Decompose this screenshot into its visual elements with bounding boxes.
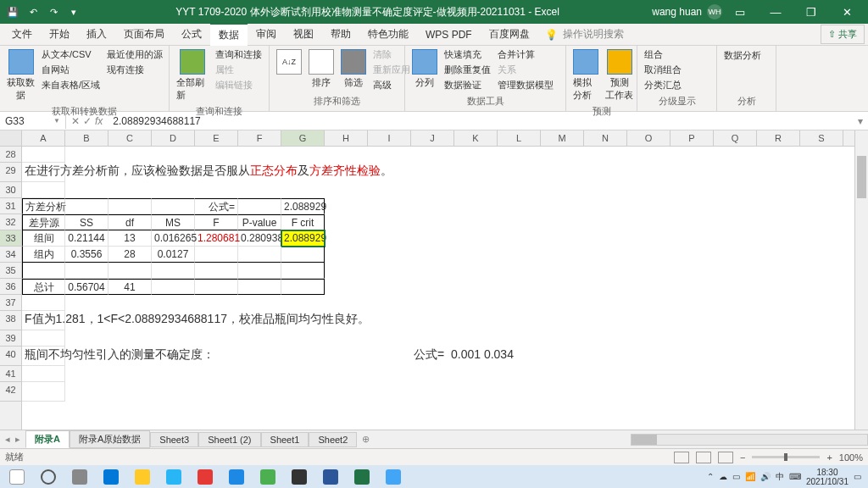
cortana-icon[interactable] [33, 466, 64, 487]
col-header[interactable]: N [584, 130, 627, 146]
recent-sources[interactable]: 最近使用的源 [105, 47, 164, 62]
col-header[interactable]: Q [714, 130, 757, 146]
col-header[interactable]: D [152, 130, 195, 146]
qa-dropdown-icon[interactable]: ▾ [64, 3, 83, 21]
zoom-in-icon[interactable]: + [826, 452, 832, 463]
forecast-button[interactable]: 预测 工作表 [604, 47, 635, 103]
sheet-tab[interactable]: 附录A原始数据 [70, 430, 150, 448]
relations[interactable]: 关系 [496, 63, 555, 77]
row-header[interactable]: 28 [0, 147, 21, 163]
subtotal-btn[interactable]: 分类汇总 [643, 78, 683, 92]
cell[interactable]: 总计 [22, 279, 65, 295]
enter-formula-icon[interactable]: ✓ [83, 115, 92, 127]
cell[interactable]: 组间 [22, 230, 65, 247]
tray-up-icon[interactable]: ⌃ [707, 472, 714, 481]
properties[interactable]: 属性 [214, 63, 264, 77]
row-header[interactable]: 37 [0, 295, 21, 311]
row-header[interactable]: 36 [0, 279, 21, 295]
network-icon[interactable]: 📶 [745, 472, 755, 481]
selected-cell[interactable]: 2.088929 [281, 230, 325, 247]
existing-conn[interactable]: 现有连接 [105, 63, 164, 77]
col-header[interactable]: K [454, 130, 498, 146]
row-header[interactable]: 38 [0, 311, 21, 330]
cancel-formula-icon[interactable]: ✕ [71, 115, 80, 127]
sheet-tab[interactable]: Sheet1 (2) [198, 432, 260, 447]
horizontal-scrollbar[interactable] [631, 434, 868, 446]
row-header[interactable]: 35 [0, 263, 21, 279]
data-valid[interactable]: 数据验证 [442, 78, 492, 92]
cell[interactable]: 41 [108, 279, 152, 295]
cell[interactable]: SS [65, 214, 108, 230]
app-icon[interactable] [221, 466, 252, 487]
get-data-button[interactable]: 获取数 据 [5, 47, 36, 103]
cell[interactable]: 0.016265 [152, 230, 195, 247]
word-icon[interactable] [315, 466, 346, 487]
text-to-cols-button[interactable]: 分列 [410, 47, 439, 91]
ungroup-btn[interactable]: 取消组合 [643, 63, 683, 77]
save-icon[interactable]: 💾 [3, 3, 22, 21]
row-header[interactable]: 31 [0, 198, 21, 214]
consolidate[interactable]: 合并计算 [496, 47, 555, 62]
zoom-slider[interactable] [752, 456, 820, 458]
from-text-csv[interactable]: 从文本/CSV [40, 47, 102, 62]
chevron-down-icon[interactable]: ▼ [53, 117, 60, 125]
battery-icon[interactable]: ▭ [732, 472, 740, 481]
cell[interactable]: 13 [108, 230, 152, 247]
tab-data[interactable]: 数据 [210, 23, 248, 46]
name-box[interactable]: G33▼ [0, 114, 66, 129]
cell[interactable]: P-value [238, 214, 281, 230]
add-sheet-button[interactable]: ⊕ [357, 432, 375, 446]
col-header[interactable]: F [238, 130, 281, 146]
row-header[interactable]: 33 [0, 230, 21, 247]
ime-indicator[interactable]: 中 [776, 471, 784, 483]
cell[interactable]: 组内 [22, 247, 65, 263]
cell[interactable]: 公式= [195, 198, 238, 214]
row-header[interactable]: 41 [0, 366, 21, 382]
col-header[interactable]: P [670, 130, 714, 146]
from-web[interactable]: 自网站 [40, 63, 102, 77]
col-header[interactable]: A [22, 130, 65, 146]
cell[interactable]: 0.280938 [238, 230, 281, 247]
tell-me[interactable]: 操作说明搜索 [558, 24, 629, 45]
row-header[interactable]: 30 [0, 182, 21, 198]
col-header[interactable]: C [108, 130, 152, 146]
refresh-all-button[interactable]: 全部刷新 [175, 47, 210, 103]
tab-file[interactable]: 文件 [3, 24, 41, 45]
redo-icon[interactable]: ↷ [44, 3, 63, 21]
app-icon[interactable] [190, 466, 220, 487]
sheet-tab[interactable]: Sheet2 [309, 432, 357, 447]
row-header[interactable]: 42 [0, 382, 21, 402]
col-header[interactable]: M [541, 130, 584, 146]
cloud-icon[interactable]: ☁ [719, 472, 727, 481]
row-header[interactable]: 29 [0, 163, 21, 182]
notifications-icon[interactable]: ▭ [854, 472, 861, 481]
cell[interactable]: 1.280681 [195, 230, 238, 247]
queries-conn[interactable]: 查询和连接 [214, 47, 264, 62]
share-button[interactable]: ⇧ 共享 [821, 25, 865, 44]
from-table[interactable]: 来自表格/区域 [40, 78, 102, 92]
tab-layout[interactable]: 页面布局 [115, 24, 173, 45]
cell[interactable]: 0.0127 [152, 247, 195, 263]
col-header[interactable]: L [498, 130, 541, 146]
flash-fill[interactable]: 快速填充 [442, 47, 492, 62]
excel-icon[interactable] [347, 466, 377, 487]
sort-az-button[interactable]: A↓Z [275, 47, 303, 76]
cell[interactable]: F crit [281, 214, 325, 230]
cell[interactable]: F [195, 214, 238, 230]
vertical-scrollbar[interactable] [854, 130, 868, 430]
group-btn[interactable]: 组合 [643, 47, 683, 62]
maximize-button[interactable]: ❐ [793, 0, 829, 24]
app-icon[interactable] [253, 466, 283, 487]
close-button[interactable]: ✕ [829, 0, 865, 24]
app-icon[interactable] [284, 466, 314, 487]
view-layout-icon[interactable] [696, 452, 711, 463]
tab-special[interactable]: 特色功能 [359, 24, 417, 45]
edge-icon[interactable] [96, 466, 126, 487]
explorer-icon[interactable] [127, 466, 158, 487]
cell[interactable]: 0.56704 [65, 279, 108, 295]
tab-view[interactable]: 视图 [285, 24, 322, 45]
remove-dup[interactable]: 删除重复值 [442, 63, 492, 77]
zoom-out-icon[interactable]: − [740, 452, 745, 463]
cell[interactable]: 差异源 [22, 214, 65, 230]
select-all[interactable] [0, 130, 21, 147]
